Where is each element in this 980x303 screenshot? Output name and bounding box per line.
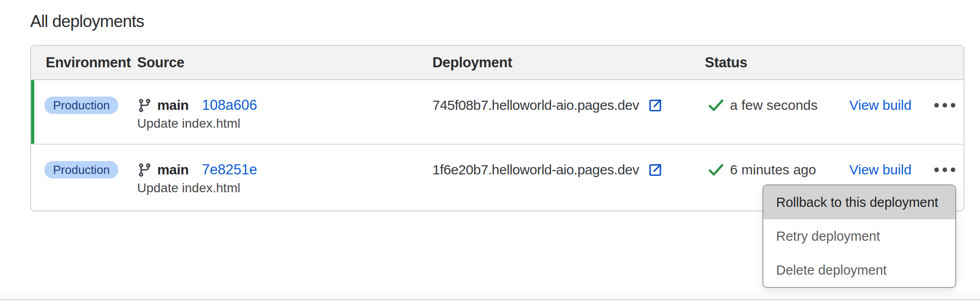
ellipsis-icon (934, 168, 939, 172)
commit-hash-link[interactable]: 108a606 (202, 97, 257, 114)
table-row: Production main 108a606 Update index.htm… (31, 80, 964, 145)
column-header-environment: Environment (31, 54, 137, 71)
environment-cell: Production (31, 80, 137, 115)
deployment-cell: 745f08b7.helloworld-aio.pages.dev (432, 80, 705, 115)
git-branch-icon (137, 162, 152, 178)
page-divider (0, 299, 980, 300)
status-text: a few seconds (730, 97, 818, 113)
ellipsis-icon (934, 103, 939, 108)
view-build-link[interactable]: View build (849, 162, 911, 178)
current-deployment-indicator (31, 80, 34, 144)
environment-badge: Production (44, 161, 118, 179)
environment-badge: Production (44, 97, 118, 114)
actions-cell (919, 80, 964, 115)
environment-cell: Production (31, 145, 137, 179)
git-branch-icon (137, 98, 152, 113)
deployment-cell: 1f6e20b7.helloworld-aio.pages.dev (432, 145, 705, 179)
deployment-url[interactable]: 1f6e20b7.helloworld-aio.pages.dev (432, 162, 639, 178)
column-header-deployment: Deployment (432, 54, 705, 71)
status-cell: a few seconds (705, 80, 849, 115)
commit-message: Update index.html (137, 180, 432, 196)
source-cell: main 7e8251e Update index.html (137, 145, 432, 196)
menu-item-rollback[interactable]: Rollback to this deployment (763, 185, 955, 219)
bottom-band (0, 293, 980, 299)
view-build-cell: View build (849, 80, 919, 115)
column-header-status: Status (705, 54, 849, 71)
check-icon (708, 99, 724, 112)
source-cell: main 108a606 Update index.html (137, 80, 432, 131)
external-link-icon[interactable] (647, 162, 664, 179)
commit-hash-link[interactable]: 7e8251e (202, 162, 257, 178)
table-header-row: Environment Source Deployment Status (31, 46, 964, 80)
branch-name: main (157, 97, 189, 113)
page-title: All deployments (30, 12, 144, 31)
status-text: 6 minutes ago (730, 162, 816, 178)
deployment-context-menu: Rollback to this deployment Retry deploy… (762, 184, 956, 288)
menu-item-retry[interactable]: Retry deployment (763, 219, 955, 253)
branch-name: main (157, 162, 189, 178)
ellipsis-menu-button[interactable] (934, 96, 955, 115)
view-build-link[interactable]: View build (849, 97, 911, 113)
actions-cell (919, 145, 964, 179)
deployments-page: All deployments Environment Source Deplo… (0, 0, 980, 303)
column-header-source: Source (137, 54, 432, 71)
deployment-url[interactable]: 745f08b7.helloworld-aio.pages.dev (432, 97, 639, 113)
check-icon (708, 164, 724, 176)
status-cell: 6 minutes ago (705, 145, 849, 179)
commit-message: Update index.html (137, 116, 432, 131)
ellipsis-menu-button[interactable] (934, 160, 955, 179)
view-build-cell: View build (849, 145, 919, 179)
menu-item-delete[interactable]: Delete deployment (763, 253, 955, 287)
external-link-icon[interactable] (647, 97, 664, 114)
